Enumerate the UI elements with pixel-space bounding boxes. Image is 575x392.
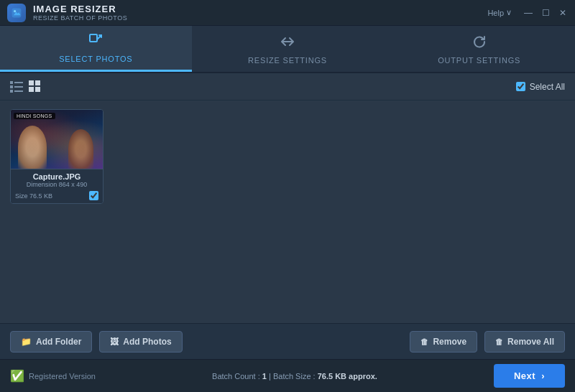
- registered-icon: ✅: [10, 369, 24, 383]
- svg-rect-11: [29, 87, 34, 92]
- app-title-group: IMAGE RESIZER RESIZE BATCH OF PHOTOS: [33, 4, 127, 22]
- toolbar: Select All: [0, 73, 575, 101]
- svg-rect-9: [29, 80, 34, 85]
- svg-rect-3: [10, 81, 13, 84]
- registration-status: ✅ Registered Version: [10, 369, 96, 383]
- thumb-person-left: [18, 126, 47, 169]
- registered-label: Registered Version: [29, 372, 96, 381]
- app-title: IMAGE RESIZER: [33, 4, 127, 14]
- main-content: HINDI SONGS Capture.JPG Dimension 864 x …: [0, 101, 575, 323]
- resize-settings-icon: [280, 34, 295, 53]
- tab-output-settings[interactable]: OUTPUT SETTINGS: [383, 26, 575, 72]
- help-button[interactable]: Help ∨: [487, 8, 512, 17]
- view-toggle: [10, 80, 42, 93]
- output-settings-icon: [472, 34, 487, 53]
- next-label: Next: [514, 370, 535, 381]
- photos-icon: 🖼: [110, 337, 119, 347]
- folder-icon: 📁: [21, 337, 32, 347]
- svg-rect-8: [14, 90, 23, 92]
- action-bar: 📁 Add Folder 🖼 Add Photos 🗑 Remove 🗑 Rem…: [0, 323, 575, 359]
- svg-rect-4: [14, 82, 23, 83]
- app-subtitle: RESIZE BATCH OF PHOTOS: [33, 14, 127, 22]
- thumb-person-right: [68, 129, 93, 169]
- add-photos-button[interactable]: 🖼 Add Photos: [99, 331, 182, 353]
- remove-all-button[interactable]: 🗑 Remove All: [484, 331, 565, 353]
- status-bar: ✅ Registered Version Batch Count : 1 | B…: [0, 359, 575, 392]
- minimize-button[interactable]: —: [523, 8, 533, 18]
- title-bar-left: IMAGE RESIZER RESIZE BATCH OF PHOTOS: [7, 4, 127, 22]
- next-arrow-icon: ›: [541, 370, 545, 381]
- svg-rect-5: [10, 85, 13, 88]
- add-buttons: 📁 Add Folder 🖼 Add Photos: [10, 331, 183, 353]
- tab-resize-settings-label: RESIZE SETTINGS: [248, 56, 327, 65]
- add-folder-button[interactable]: 📁 Add Folder: [10, 331, 92, 353]
- trash-all-icon: 🗑: [495, 337, 503, 346]
- batch-info: Batch Count : 1 | Batch Size : 76.5 KB a…: [212, 372, 377, 381]
- svg-point-1: [14, 10, 16, 12]
- remove-buttons: 🗑 Remove 🗑 Remove All: [410, 331, 565, 353]
- select-all-label: Select All: [530, 82, 565, 92]
- tab-select-photos[interactable]: SELECT PHOTOS: [0, 26, 192, 72]
- batch-size-value: 76.5 KB approx.: [318, 372, 377, 381]
- batch-count-value: 1: [262, 372, 267, 381]
- grid-view-button[interactable]: [29, 80, 42, 93]
- maximize-button[interactable]: ☐: [540, 8, 551, 18]
- photo-dimension: Dimension 864 x 490: [15, 181, 98, 188]
- remove-button[interactable]: 🗑 Remove: [410, 331, 477, 353]
- tab-output-settings-label: OUTPUT SETTINGS: [438, 56, 520, 65]
- photo-grid: HINDI SONGS Capture.JPG Dimension 864 x …: [10, 109, 565, 204]
- title-bar-right: Help ∨ — ☐ ✕: [487, 8, 568, 18]
- select-all-checkbox[interactable]: [516, 82, 525, 91]
- photo-footer: Size 76.5 KB: [11, 190, 103, 203]
- next-button[interactable]: Next ›: [494, 364, 565, 388]
- tab-resize-settings[interactable]: RESIZE SETTINGS: [192, 26, 384, 72]
- svg-rect-12: [35, 87, 40, 92]
- close-button[interactable]: ✕: [558, 8, 568, 18]
- svg-rect-10: [35, 80, 40, 85]
- trash-icon: 🗑: [420, 337, 428, 346]
- photo-thumbnail: HINDI SONGS: [11, 110, 104, 169]
- app-icon: [7, 4, 26, 22]
- photo-name: Capture.JPG: [15, 172, 98, 181]
- select-photos-icon: [88, 32, 104, 52]
- select-all-area[interactable]: Select All: [516, 82, 565, 92]
- thumb-overlay-text: HINDI SONGS: [14, 113, 55, 119]
- batch-count-label: Batch Count :: [212, 372, 260, 381]
- svg-rect-2: [90, 34, 97, 42]
- tab-select-photos-label: SELECT PHOTOS: [59, 55, 132, 63]
- list-view-button[interactable]: [10, 80, 23, 93]
- photo-select-checkbox[interactable]: [89, 191, 98, 200]
- svg-rect-7: [10, 90, 13, 93]
- photo-info: Capture.JPG Dimension 864 x 490: [11, 169, 103, 190]
- tab-bar: SELECT PHOTOS RESIZE SETTINGS OUTPUT SET…: [0, 26, 575, 73]
- window-controls: — ☐ ✕: [523, 8, 568, 18]
- photo-card[interactable]: HINDI SONGS Capture.JPG Dimension 864 x …: [10, 109, 104, 204]
- title-bar: IMAGE RESIZER RESIZE BATCH OF PHOTOS Hel…: [0, 0, 575, 26]
- photo-size: Size 76.5 KB: [15, 192, 52, 200]
- svg-rect-6: [14, 86, 23, 88]
- batch-size-label: Batch Size :: [273, 372, 316, 381]
